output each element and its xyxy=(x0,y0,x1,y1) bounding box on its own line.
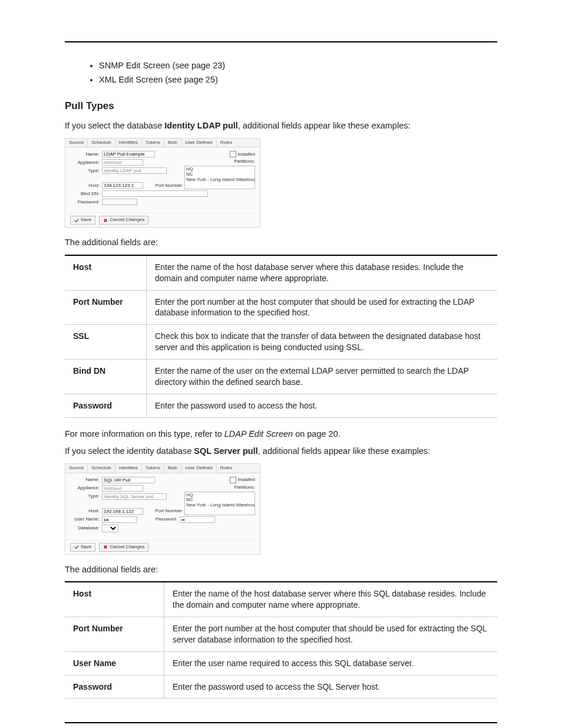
password-input[interactable] xyxy=(102,199,137,205)
installed-checkbox[interactable] xyxy=(230,477,236,483)
tab-source[interactable]: Source xyxy=(65,464,88,473)
partitions-label: Partitions: xyxy=(184,159,255,164)
tab-tokens[interactable]: Tokens xyxy=(142,139,164,147)
heading-pull-types: Pull Types xyxy=(65,100,497,113)
field-desc: Enter the port number at the host comput… xyxy=(164,617,498,651)
field-name: Host xyxy=(65,582,164,617)
text: If you select the database xyxy=(65,121,164,130)
installed-label: Installed xyxy=(237,152,255,157)
partitions-list[interactable]: HQ NC New York - Long Island Warehouse xyxy=(184,492,255,515)
partition-item[interactable]: New York - Long Island Warehouse xyxy=(186,503,253,508)
username-label: User Name: xyxy=(70,517,100,522)
tab-source[interactable]: Source xyxy=(65,139,88,147)
text: on page 20. xyxy=(293,429,340,439)
username-input[interactable] xyxy=(102,516,137,523)
field-desc: Enter the name of the host database serv… xyxy=(147,255,498,290)
tab-bar: Source Schedule Identities Tokens Blob U… xyxy=(65,464,260,473)
port-label: Port Number: xyxy=(148,509,183,514)
table-row: Password Enter the password used to acce… xyxy=(65,394,497,417)
field-name: Port Number xyxy=(65,290,147,325)
partition-item[interactable]: HQ xyxy=(186,493,253,498)
additional-fields-ldap: The additional fields are: xyxy=(65,237,497,249)
cancel-button[interactable]: Cancel Changes xyxy=(99,216,148,225)
tab-tokens[interactable]: Tokens xyxy=(142,464,164,473)
field-desc: Enter the password used to access the ho… xyxy=(147,394,498,417)
appliance-input[interactable] xyxy=(102,485,143,492)
cancel-label: Cancel Changes xyxy=(110,218,144,223)
ldap-panel: Source Schedule Identities Tokens Blob U… xyxy=(65,138,260,228)
field-name: Host xyxy=(65,255,147,290)
name-input[interactable] xyxy=(102,477,155,483)
panel-body: Name: Appliance: Type: Installed Partiti… xyxy=(65,147,260,213)
save-label: Save xyxy=(81,218,91,223)
field-name: Password xyxy=(65,394,147,417)
host-label: Host: xyxy=(70,183,100,189)
type-select[interactable] xyxy=(102,167,167,174)
tab-identities[interactable]: Identities xyxy=(115,464,142,473)
text: If you select the identity database xyxy=(65,446,194,456)
table-row: Bind DN Enter the name of the user on th… xyxy=(65,360,497,394)
host-label: Host: xyxy=(70,509,100,514)
button-bar: Save Cancel Changes xyxy=(65,213,260,227)
host-input[interactable] xyxy=(102,508,143,515)
field-name: Port Number xyxy=(65,617,164,651)
table-row: SSL Check this box to indicate that the … xyxy=(65,325,497,360)
type-label: Type: xyxy=(70,169,100,174)
page: SNMP Edit Screen (see page 23) XML Edit … xyxy=(0,0,562,728)
partition-item[interactable]: New York - Long Island Warehouse xyxy=(186,177,253,183)
field-desc: Enter the user name required to access t… xyxy=(164,651,498,675)
type-label: Type: xyxy=(70,494,100,499)
binddn-input[interactable] xyxy=(102,190,208,197)
tab-user-defined[interactable]: User Defined xyxy=(181,139,217,147)
field-desc: Enter the name of the user on the extern… xyxy=(147,360,498,394)
list-item: XML Edit Screen (see page 25) xyxy=(99,74,497,86)
tab-blob[interactable]: Blob xyxy=(164,464,181,473)
tab-blob[interactable]: Blob xyxy=(164,139,181,147)
name-input[interactable] xyxy=(102,151,155,157)
port-label: Port Number: xyxy=(148,183,183,189)
database-label: Database: xyxy=(70,526,100,531)
button-bar: Save Cancel Changes xyxy=(65,540,260,554)
partition-item[interactable]: HQ xyxy=(186,167,253,172)
text: For more information on this type, refer… xyxy=(65,429,224,439)
table-row: Host Enter the name of the host database… xyxy=(65,255,497,290)
field-desc: Check this box to indicate that the tran… xyxy=(147,325,498,360)
cancel-button[interactable]: Cancel Changes xyxy=(99,543,148,552)
list-item: SNMP Edit Screen (see page 23) xyxy=(99,60,497,72)
installed-checkbox[interactable] xyxy=(230,151,236,157)
bullet-list: SNMP Edit Screen (see page 23) XML Edit … xyxy=(65,60,497,85)
partitions-list[interactable]: HQ NC New York - Long Island Warehouse xyxy=(184,166,255,189)
installed-label: Installed xyxy=(237,477,255,483)
tab-bar: Source Schedule Identities Tokens Blob U… xyxy=(65,139,260,148)
field-name: Bind DN xyxy=(65,360,147,394)
partitions-box: Installed Partitions: HQ NC New York - L… xyxy=(184,151,255,189)
appliance-label: Appliance: xyxy=(70,160,100,166)
field-desc: Enter the password used to access the SQ… xyxy=(164,675,498,699)
tab-roles[interactable]: Roles xyxy=(217,139,236,147)
binddn-label: Bind DN: xyxy=(70,192,100,197)
tab-user-defined[interactable]: User Defined xyxy=(181,464,217,473)
field-name: User Name xyxy=(65,651,164,675)
table-row: Port Number Enter the port number at the… xyxy=(65,617,497,651)
save-button[interactable]: Save xyxy=(70,543,95,552)
tab-schedule[interactable]: Schedule xyxy=(88,139,115,147)
partitions-label: Partitions: xyxy=(184,485,255,490)
sql-panel: Source Schedule Identities Tokens Blob U… xyxy=(65,463,260,555)
type-select[interactable] xyxy=(102,493,167,500)
tab-roles[interactable]: Roles xyxy=(217,464,236,473)
name-label: Name: xyxy=(70,152,100,157)
save-label: Save xyxy=(81,545,91,550)
host-input[interactable] xyxy=(102,182,143,189)
bottom-rule xyxy=(65,722,497,723)
tab-identities[interactable]: Identities xyxy=(115,139,142,147)
appliance-input[interactable] xyxy=(102,159,143,166)
save-button[interactable]: Save xyxy=(70,216,95,225)
panel-body: Name: Appliance: Type: Installed Partiti… xyxy=(65,473,260,540)
field-name: SSL xyxy=(65,325,147,360)
tab-schedule[interactable]: Schedule xyxy=(88,464,115,473)
password-input[interactable] xyxy=(180,516,215,523)
database-select[interactable] xyxy=(102,525,118,532)
text: , additional fields appear like these ex… xyxy=(238,121,411,130)
check-icon xyxy=(74,218,79,223)
check-icon xyxy=(74,545,79,549)
